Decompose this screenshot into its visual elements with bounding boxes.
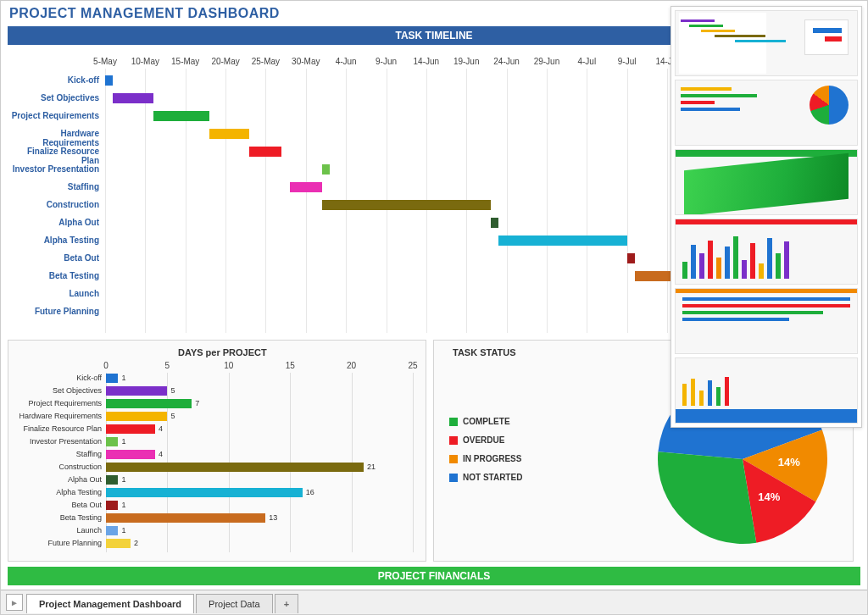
days-row-name: Investor Presentation xyxy=(13,437,102,446)
timeline-tick: 10-May xyxy=(131,57,159,66)
tab-dashboard[interactable]: Project Management Dashboard xyxy=(26,594,194,613)
status-panel-title: TASK STATUS xyxy=(453,347,516,357)
days-value: 1 xyxy=(121,475,125,484)
timeline-tick: 25-May xyxy=(252,57,280,66)
gantt-bar[interactable] xyxy=(113,93,153,103)
days-row-name: Project Requirements xyxy=(13,399,102,407)
days-row-name: Hardware Requirements xyxy=(13,412,102,420)
days-value: 2 xyxy=(134,539,138,547)
legend-overdue: OVERDUE xyxy=(449,431,522,450)
timeline-tick: 15-May xyxy=(171,57,199,66)
days-row-name: Staffing xyxy=(13,450,102,458)
days-axis-tick: 5 xyxy=(165,361,170,370)
task-name: Beta Testing xyxy=(8,271,99,280)
days-bar[interactable] xyxy=(106,463,364,472)
days-per-project-panel: DAYS per PROJECT 0510152025Kick-off1Set … xyxy=(8,340,426,562)
days-panel-title: DAYS per PROJECT xyxy=(178,347,267,357)
thumbnail[interactable] xyxy=(675,10,858,76)
gantt-bar[interactable] xyxy=(491,218,498,228)
gantt-bar[interactable] xyxy=(498,235,627,246)
days-bar[interactable] xyxy=(106,374,118,383)
days-axis-tick: 15 xyxy=(286,361,295,370)
status-legend: COMPLETE OVERDUE IN PROGRESS NOT STARTED xyxy=(449,413,522,487)
days-row-name: Kick-off xyxy=(13,374,102,382)
days-bar[interactable] xyxy=(106,412,167,421)
gantt-bar[interactable] xyxy=(209,129,249,139)
thumbnail[interactable] xyxy=(675,80,858,146)
task-name: Set Objectives xyxy=(8,93,99,102)
task-name: Staffing xyxy=(8,182,99,191)
days-row-name: Future Planning xyxy=(13,539,102,547)
thumbnail[interactable] xyxy=(675,288,858,354)
days-value: 13 xyxy=(269,513,277,522)
thumbnail[interactable] xyxy=(675,149,858,215)
timeline-tick: 19-Jun xyxy=(453,57,480,66)
days-row-name: Finalize Resource Plan xyxy=(13,424,102,433)
days-bar[interactable] xyxy=(106,386,167,396)
timeline-tick: 20-May xyxy=(211,57,239,66)
days-bar[interactable] xyxy=(106,501,118,510)
days-bar[interactable] xyxy=(106,437,118,446)
days-value: 7 xyxy=(195,399,199,407)
days-row-name: Alpha Out xyxy=(13,475,102,484)
days-value: 21 xyxy=(367,463,376,471)
task-name: Project Requirements xyxy=(8,111,99,120)
days-bar[interactable] xyxy=(106,424,155,434)
legend-complete: COMPLETE xyxy=(449,413,522,431)
timeline-tick: 9-Jun xyxy=(376,57,397,66)
gantt-bar[interactable] xyxy=(153,111,209,121)
task-name: Kick-off xyxy=(8,75,99,85)
thumbnail[interactable] xyxy=(675,219,858,285)
days-bar[interactable] xyxy=(106,399,192,408)
timeline-tick: 9-Jul xyxy=(618,57,637,66)
days-value: 1 xyxy=(121,374,125,382)
timeline-tick: 4-Jul xyxy=(577,57,596,66)
task-name: Launch xyxy=(8,289,99,298)
gantt-bar[interactable] xyxy=(322,200,491,210)
task-name: Future Planning xyxy=(8,307,99,316)
days-axis-tick: 10 xyxy=(224,361,233,370)
task-name: Alpha Out xyxy=(8,218,99,227)
timeline-tick: 29-Jun xyxy=(534,57,560,66)
days-value: 5 xyxy=(170,412,175,420)
days-bar[interactable] xyxy=(106,488,303,497)
gantt-bar[interactable] xyxy=(105,75,113,86)
legend-in-progress: IN PROGRESS xyxy=(449,450,522,468)
timeline-tick: 30-May xyxy=(292,57,320,66)
days-bar[interactable] xyxy=(106,539,131,548)
template-thumbnails[interactable] xyxy=(670,6,862,428)
gantt-bar[interactable] xyxy=(322,164,330,175)
days-value: 5 xyxy=(170,386,175,395)
timeline-tick: 14-Jun xyxy=(414,57,440,66)
days-row-name: Construction xyxy=(13,463,102,471)
dashboard-page: PROJECT MANAGEMENT DASHBOARD TASK TIMELI… xyxy=(0,0,868,615)
task-name: Beta Out xyxy=(8,253,99,263)
days-axis-tick: 25 xyxy=(408,361,417,370)
days-bar[interactable] xyxy=(106,513,265,523)
thumbnail[interactable] xyxy=(675,357,858,424)
days-row-name: Alpha Testing xyxy=(13,488,102,496)
tab-add[interactable]: + xyxy=(275,594,298,613)
days-row-name: Beta Testing xyxy=(13,513,102,522)
days-bar[interactable] xyxy=(106,450,155,459)
tab-project-data[interactable]: Project Data xyxy=(196,594,273,613)
days-value: 1 xyxy=(121,437,125,446)
gantt-bar[interactable] xyxy=(249,147,281,157)
task-name: Investor Presentation xyxy=(8,164,99,174)
days-row-name: Set Objectives xyxy=(13,386,102,395)
task-name: Construction xyxy=(8,200,99,209)
days-row-name: Beta Out xyxy=(13,501,102,509)
timeline-tick: 4-Jun xyxy=(336,57,357,66)
tab-nav-prev-icon[interactable]: ► xyxy=(6,594,23,611)
pie-slice[interactable] xyxy=(658,452,756,544)
gantt-bar[interactable] xyxy=(627,253,635,263)
legend-not-started: NOT STARTED xyxy=(449,468,522,487)
days-bar[interactable] xyxy=(106,526,118,535)
days-value: 16 xyxy=(306,488,314,496)
gantt-bar[interactable] xyxy=(290,182,322,192)
task-name: Alpha Testing xyxy=(8,235,99,245)
days-value: 4 xyxy=(159,450,163,458)
days-value: 1 xyxy=(121,526,125,535)
days-bar[interactable] xyxy=(106,475,118,485)
days-axis-tick: 0 xyxy=(103,361,108,370)
